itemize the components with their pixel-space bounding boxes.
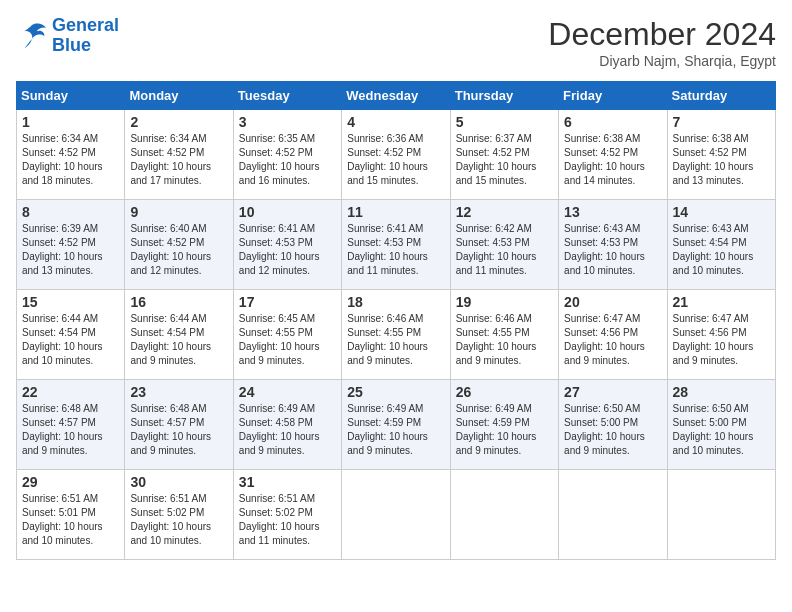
calendar-cell: 12 Sunrise: 6:42 AM Sunset: 4:53 PM Dayl… [450,200,558,290]
logo-text: General Blue [52,16,119,56]
day-number: 6 [564,114,661,130]
calendar-cell: 10 Sunrise: 6:41 AM Sunset: 4:53 PM Dayl… [233,200,341,290]
calendar-cell: 24 Sunrise: 6:49 AM Sunset: 4:58 PM Dayl… [233,380,341,470]
day-info: Sunrise: 6:50 AM Sunset: 5:00 PM Dayligh… [673,402,770,458]
day-info: Sunrise: 6:43 AM Sunset: 4:53 PM Dayligh… [564,222,661,278]
day-number: 21 [673,294,770,310]
header-tuesday: Tuesday [233,82,341,110]
day-info: Sunrise: 6:43 AM Sunset: 4:54 PM Dayligh… [673,222,770,278]
calendar-cell: 31 Sunrise: 6:51 AM Sunset: 5:02 PM Dayl… [233,470,341,560]
calendar-cell: 30 Sunrise: 6:51 AM Sunset: 5:02 PM Dayl… [125,470,233,560]
calendar-cell [559,470,667,560]
day-number: 13 [564,204,661,220]
day-info: Sunrise: 6:51 AM Sunset: 5:02 PM Dayligh… [130,492,227,548]
day-number: 22 [22,384,119,400]
calendar-cell: 21 Sunrise: 6:47 AM Sunset: 4:56 PM Dayl… [667,290,775,380]
calendar-cell: 27 Sunrise: 6:50 AM Sunset: 5:00 PM Dayl… [559,380,667,470]
day-number: 12 [456,204,553,220]
header-friday: Friday [559,82,667,110]
day-number: 8 [22,204,119,220]
logo-icon [16,22,48,50]
day-info: Sunrise: 6:42 AM Sunset: 4:53 PM Dayligh… [456,222,553,278]
day-info: Sunrise: 6:38 AM Sunset: 4:52 PM Dayligh… [673,132,770,188]
weekday-header-row: Sunday Monday Tuesday Wednesday Thursday… [17,82,776,110]
day-info: Sunrise: 6:47 AM Sunset: 4:56 PM Dayligh… [564,312,661,368]
day-info: Sunrise: 6:34 AM Sunset: 4:52 PM Dayligh… [130,132,227,188]
calendar-cell [667,470,775,560]
calendar-cell: 26 Sunrise: 6:49 AM Sunset: 4:59 PM Dayl… [450,380,558,470]
day-number: 2 [130,114,227,130]
calendar-cell: 4 Sunrise: 6:36 AM Sunset: 4:52 PM Dayli… [342,110,450,200]
day-number: 23 [130,384,227,400]
day-info: Sunrise: 6:50 AM Sunset: 5:00 PM Dayligh… [564,402,661,458]
day-info: Sunrise: 6:48 AM Sunset: 4:57 PM Dayligh… [22,402,119,458]
calendar-cell: 16 Sunrise: 6:44 AM Sunset: 4:54 PM Dayl… [125,290,233,380]
calendar-cell: 29 Sunrise: 6:51 AM Sunset: 5:01 PM Dayl… [17,470,125,560]
day-number: 19 [456,294,553,310]
day-number: 14 [673,204,770,220]
day-info: Sunrise: 6:38 AM Sunset: 4:52 PM Dayligh… [564,132,661,188]
calendar-cell: 17 Sunrise: 6:45 AM Sunset: 4:55 PM Dayl… [233,290,341,380]
calendar-cell: 2 Sunrise: 6:34 AM Sunset: 4:52 PM Dayli… [125,110,233,200]
calendar-table: Sunday Monday Tuesday Wednesday Thursday… [16,81,776,560]
calendar-cell: 23 Sunrise: 6:48 AM Sunset: 4:57 PM Dayl… [125,380,233,470]
day-info: Sunrise: 6:36 AM Sunset: 4:52 PM Dayligh… [347,132,444,188]
day-number: 29 [22,474,119,490]
month-title: December 2024 [548,16,776,53]
calendar-cell: 8 Sunrise: 6:39 AM Sunset: 4:52 PM Dayli… [17,200,125,290]
day-info: Sunrise: 6:51 AM Sunset: 5:02 PM Dayligh… [239,492,336,548]
day-number: 7 [673,114,770,130]
day-info: Sunrise: 6:46 AM Sunset: 4:55 PM Dayligh… [347,312,444,368]
day-info: Sunrise: 6:46 AM Sunset: 4:55 PM Dayligh… [456,312,553,368]
day-number: 26 [456,384,553,400]
header-sunday: Sunday [17,82,125,110]
day-number: 16 [130,294,227,310]
day-info: Sunrise: 6:44 AM Sunset: 4:54 PM Dayligh… [22,312,119,368]
calendar-cell [342,470,450,560]
day-number: 20 [564,294,661,310]
day-info: Sunrise: 6:48 AM Sunset: 4:57 PM Dayligh… [130,402,227,458]
calendar-cell [450,470,558,560]
day-info: Sunrise: 6:51 AM Sunset: 5:01 PM Dayligh… [22,492,119,548]
logo-line2: Blue [52,35,91,55]
day-number: 4 [347,114,444,130]
calendar-cell: 19 Sunrise: 6:46 AM Sunset: 4:55 PM Dayl… [450,290,558,380]
day-info: Sunrise: 6:49 AM Sunset: 4:58 PM Dayligh… [239,402,336,458]
calendar-cell: 11 Sunrise: 6:41 AM Sunset: 4:53 PM Dayl… [342,200,450,290]
day-number: 30 [130,474,227,490]
header-monday: Monday [125,82,233,110]
calendar-cell: 28 Sunrise: 6:50 AM Sunset: 5:00 PM Dayl… [667,380,775,470]
day-number: 3 [239,114,336,130]
day-number: 28 [673,384,770,400]
header-wednesday: Wednesday [342,82,450,110]
day-number: 18 [347,294,444,310]
calendar-cell: 6 Sunrise: 6:38 AM Sunset: 4:52 PM Dayli… [559,110,667,200]
day-number: 31 [239,474,336,490]
day-info: Sunrise: 6:49 AM Sunset: 4:59 PM Dayligh… [456,402,553,458]
day-info: Sunrise: 6:40 AM Sunset: 4:52 PM Dayligh… [130,222,227,278]
day-number: 15 [22,294,119,310]
day-number: 27 [564,384,661,400]
day-info: Sunrise: 6:41 AM Sunset: 4:53 PM Dayligh… [347,222,444,278]
day-info: Sunrise: 6:35 AM Sunset: 4:52 PM Dayligh… [239,132,336,188]
day-number: 9 [130,204,227,220]
day-number: 25 [347,384,444,400]
day-info: Sunrise: 6:45 AM Sunset: 4:55 PM Dayligh… [239,312,336,368]
day-number: 10 [239,204,336,220]
header-saturday: Saturday [667,82,775,110]
day-info: Sunrise: 6:41 AM Sunset: 4:53 PM Dayligh… [239,222,336,278]
calendar-cell: 9 Sunrise: 6:40 AM Sunset: 4:52 PM Dayli… [125,200,233,290]
day-info: Sunrise: 6:39 AM Sunset: 4:52 PM Dayligh… [22,222,119,278]
calendar-cell: 25 Sunrise: 6:49 AM Sunset: 4:59 PM Dayl… [342,380,450,470]
day-info: Sunrise: 6:34 AM Sunset: 4:52 PM Dayligh… [22,132,119,188]
calendar-cell: 22 Sunrise: 6:48 AM Sunset: 4:57 PM Dayl… [17,380,125,470]
day-info: Sunrise: 6:37 AM Sunset: 4:52 PM Dayligh… [456,132,553,188]
day-number: 11 [347,204,444,220]
calendar-cell: 18 Sunrise: 6:46 AM Sunset: 4:55 PM Dayl… [342,290,450,380]
day-number: 24 [239,384,336,400]
day-number: 5 [456,114,553,130]
day-info: Sunrise: 6:44 AM Sunset: 4:54 PM Dayligh… [130,312,227,368]
logo: General Blue [16,16,119,56]
calendar-cell: 7 Sunrise: 6:38 AM Sunset: 4:52 PM Dayli… [667,110,775,200]
location-title: Diyarb Najm, Sharqia, Egypt [548,53,776,69]
